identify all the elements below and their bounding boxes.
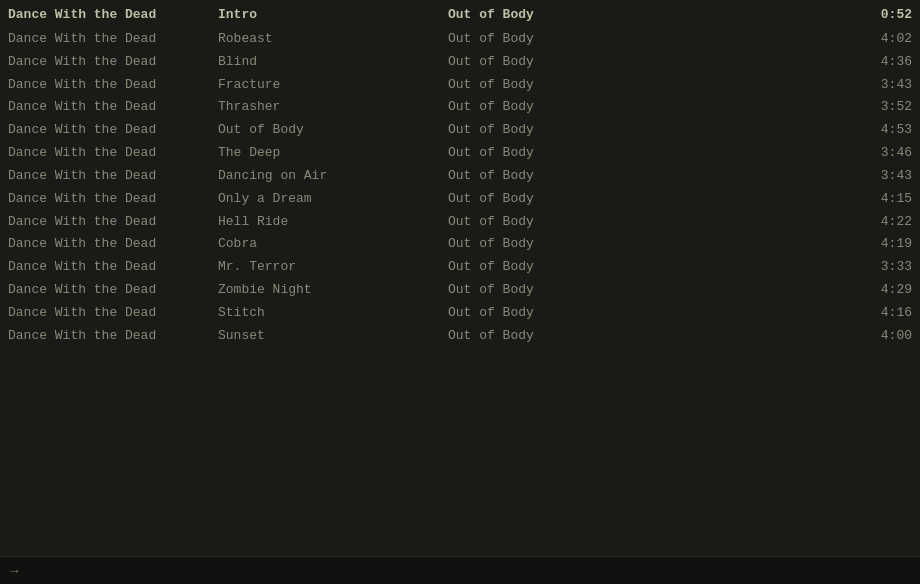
track-title: Sunset xyxy=(218,327,448,346)
track-artist: Dance With the Dead xyxy=(8,30,218,49)
track-spacer xyxy=(648,235,852,254)
table-row[interactable]: Dance With the DeadRobeastOut of Body4:0… xyxy=(0,28,920,51)
table-row[interactable]: Dance With the DeadHell RideOut of Body4… xyxy=(0,211,920,234)
track-album: Out of Body xyxy=(448,327,648,346)
track-duration: 3:46 xyxy=(852,144,912,163)
track-artist: Dance With the Dead xyxy=(8,304,218,323)
table-row[interactable]: Dance With the DeadZombie NightOut of Bo… xyxy=(0,279,920,302)
table-row[interactable]: Dance With the DeadFractureOut of Body3:… xyxy=(0,74,920,97)
track-title: Dancing on Air xyxy=(218,167,448,186)
track-artist: Dance With the Dead xyxy=(8,53,218,72)
track-title: Blind xyxy=(218,53,448,72)
track-album: Out of Body xyxy=(448,213,648,232)
track-duration: 4:15 xyxy=(852,190,912,209)
track-spacer xyxy=(648,6,852,25)
table-row[interactable]: Dance With the DeadIntroOut of Body0:52 xyxy=(0,4,920,28)
track-artist: Dance With the Dead xyxy=(8,76,218,95)
track-title: Hell Ride xyxy=(218,213,448,232)
track-duration: 4:53 xyxy=(852,121,912,140)
track-artist: Dance With the Dead xyxy=(8,281,218,300)
track-title: The Deep xyxy=(218,144,448,163)
track-title: Stitch xyxy=(218,304,448,323)
track-album: Out of Body xyxy=(448,190,648,209)
track-album: Out of Body xyxy=(448,6,648,25)
bottom-bar: → xyxy=(0,556,920,584)
track-album: Out of Body xyxy=(448,53,648,72)
track-duration: 4:29 xyxy=(852,281,912,300)
table-row[interactable]: Dance With the DeadDancing on AirOut of … xyxy=(0,165,920,188)
table-row[interactable]: Dance With the DeadThrasherOut of Body3:… xyxy=(0,96,920,119)
track-album: Out of Body xyxy=(448,144,648,163)
track-artist: Dance With the Dead xyxy=(8,213,218,232)
track-spacer xyxy=(648,327,852,346)
track-title: Out of Body xyxy=(218,121,448,140)
track-title: Only a Dream xyxy=(218,190,448,209)
track-artist: Dance With the Dead xyxy=(8,144,218,163)
track-spacer xyxy=(648,190,852,209)
track-album: Out of Body xyxy=(448,167,648,186)
track-artist: Dance With the Dead xyxy=(8,235,218,254)
table-row[interactable]: Dance With the DeadBlindOut of Body4:36 xyxy=(0,51,920,74)
track-spacer xyxy=(648,167,852,186)
track-list: Dance With the DeadIntroOut of Body0:52D… xyxy=(0,0,920,352)
table-row[interactable]: Dance With the DeadStitchOut of Body4:16 xyxy=(0,302,920,325)
track-artist: Dance With the Dead xyxy=(8,258,218,277)
track-album: Out of Body xyxy=(448,121,648,140)
track-duration: 3:43 xyxy=(852,167,912,186)
table-row[interactable]: Dance With the DeadThe DeepOut of Body3:… xyxy=(0,142,920,165)
track-album: Out of Body xyxy=(448,30,648,49)
track-duration: 3:33 xyxy=(852,258,912,277)
track-title: Thrasher xyxy=(218,98,448,117)
track-album: Out of Body xyxy=(448,76,648,95)
track-album: Out of Body xyxy=(448,304,648,323)
track-duration: 4:02 xyxy=(852,30,912,49)
track-album: Out of Body xyxy=(448,281,648,300)
track-title: Intro xyxy=(218,6,448,25)
track-title: Fracture xyxy=(218,76,448,95)
track-duration: 4:00 xyxy=(852,327,912,346)
track-title: Robeast xyxy=(218,30,448,49)
track-artist: Dance With the Dead xyxy=(8,121,218,140)
track-spacer xyxy=(648,258,852,277)
track-duration: 0:52 xyxy=(852,6,912,25)
track-spacer xyxy=(648,304,852,323)
track-spacer xyxy=(648,213,852,232)
table-row[interactable]: Dance With the DeadOut of BodyOut of Bod… xyxy=(0,119,920,142)
track-spacer xyxy=(648,144,852,163)
track-spacer xyxy=(648,121,852,140)
table-row[interactable]: Dance With the DeadSunsetOut of Body4:00 xyxy=(0,325,920,348)
arrow-icon: → xyxy=(10,563,18,579)
track-duration: 3:52 xyxy=(852,98,912,117)
track-title: Cobra xyxy=(218,235,448,254)
track-duration: 3:43 xyxy=(852,76,912,95)
track-artist: Dance With the Dead xyxy=(8,190,218,209)
track-spacer xyxy=(648,76,852,95)
track-title: Mr. Terror xyxy=(218,258,448,277)
track-spacer xyxy=(648,30,852,49)
track-title: Zombie Night xyxy=(218,281,448,300)
track-artist: Dance With the Dead xyxy=(8,6,218,25)
track-duration: 4:19 xyxy=(852,235,912,254)
track-artist: Dance With the Dead xyxy=(8,167,218,186)
table-row[interactable]: Dance With the DeadCobraOut of Body4:19 xyxy=(0,233,920,256)
track-spacer xyxy=(648,98,852,117)
track-album: Out of Body xyxy=(448,98,648,117)
track-duration: 4:22 xyxy=(852,213,912,232)
track-album: Out of Body xyxy=(448,258,648,277)
track-duration: 4:16 xyxy=(852,304,912,323)
track-artist: Dance With the Dead xyxy=(8,327,218,346)
track-spacer xyxy=(648,53,852,72)
track-album: Out of Body xyxy=(448,235,648,254)
table-row[interactable]: Dance With the DeadMr. TerrorOut of Body… xyxy=(0,256,920,279)
track-spacer xyxy=(648,281,852,300)
track-artist: Dance With the Dead xyxy=(8,98,218,117)
table-row[interactable]: Dance With the DeadOnly a DreamOut of Bo… xyxy=(0,188,920,211)
track-duration: 4:36 xyxy=(852,53,912,72)
